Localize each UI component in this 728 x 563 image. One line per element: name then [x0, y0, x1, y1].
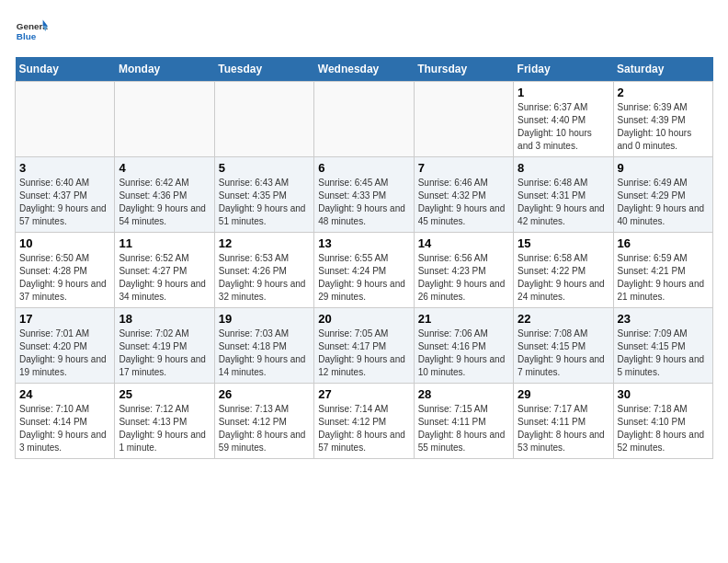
- day-number: 11: [119, 236, 210, 250]
- day-detail: Sunrise: 7:12 AM Sunset: 4:13 PM Dayligh…: [119, 403, 210, 454]
- day-cell: 13Sunrise: 6:55 AM Sunset: 4:24 PM Dayli…: [314, 233, 414, 308]
- day-number: 20: [318, 312, 409, 326]
- day-detail: Sunrise: 6:37 AM Sunset: 4:40 PM Dayligh…: [518, 101, 609, 153]
- day-detail: Sunrise: 6:56 AM Sunset: 4:23 PM Dayligh…: [418, 252, 509, 304]
- day-detail: Sunrise: 6:48 AM Sunset: 4:31 PM Dayligh…: [518, 177, 609, 228]
- day-cell: 29Sunrise: 7:17 AM Sunset: 4:11 PM Dayli…: [514, 384, 613, 459]
- day-number: 26: [219, 387, 310, 401]
- day-number: 8: [518, 161, 609, 175]
- day-number: 13: [318, 236, 409, 250]
- day-cell: 4Sunrise: 6:42 AM Sunset: 4:36 PM Daylig…: [115, 157, 214, 233]
- day-detail: Sunrise: 6:59 AM Sunset: 4:21 PM Dayligh…: [618, 252, 709, 304]
- day-cell: 24Sunrise: 7:10 AM Sunset: 4:14 PM Dayli…: [16, 384, 115, 459]
- day-cell: 8Sunrise: 6:48 AM Sunset: 4:31 PM Daylig…: [514, 157, 613, 233]
- day-number: 17: [19, 312, 110, 326]
- day-cell: 18Sunrise: 7:02 AM Sunset: 4:19 PM Dayli…: [115, 308, 214, 384]
- day-header-monday: Monday: [115, 57, 214, 82]
- day-number: 14: [418, 236, 509, 250]
- day-number: 3: [19, 161, 110, 175]
- day-cell: [16, 82, 115, 157]
- day-number: 28: [418, 387, 509, 401]
- day-cell: 9Sunrise: 6:49 AM Sunset: 4:29 PM Daylig…: [613, 157, 712, 233]
- day-detail: Sunrise: 6:53 AM Sunset: 4:26 PM Dayligh…: [219, 252, 310, 304]
- day-cell: 1Sunrise: 6:37 AM Sunset: 4:40 PM Daylig…: [514, 82, 613, 157]
- day-number: 19: [219, 312, 310, 326]
- day-header-friday: Friday: [514, 57, 613, 82]
- day-cell: 23Sunrise: 7:09 AM Sunset: 4:15 PM Dayli…: [613, 308, 712, 384]
- day-detail: Sunrise: 7:01 AM Sunset: 4:20 PM Dayligh…: [19, 327, 110, 379]
- day-cell: [214, 82, 313, 157]
- day-detail: Sunrise: 7:14 AM Sunset: 4:12 PM Dayligh…: [318, 403, 409, 454]
- day-header-thursday: Thursday: [414, 57, 513, 82]
- day-detail: Sunrise: 6:39 AM Sunset: 4:39 PM Dayligh…: [618, 101, 709, 153]
- day-number: 23: [618, 312, 709, 326]
- week-row-5: 24Sunrise: 7:10 AM Sunset: 4:14 PM Dayli…: [16, 384, 713, 459]
- day-detail: Sunrise: 6:45 AM Sunset: 4:33 PM Dayligh…: [318, 177, 409, 228]
- week-row-4: 17Sunrise: 7:01 AM Sunset: 4:20 PM Dayli…: [16, 308, 713, 384]
- day-detail: Sunrise: 7:05 AM Sunset: 4:17 PM Dayligh…: [318, 327, 409, 379]
- day-number: 30: [618, 387, 709, 401]
- day-detail: Sunrise: 7:09 AM Sunset: 4:15 PM Dayligh…: [618, 327, 709, 379]
- day-number: 27: [318, 387, 409, 401]
- day-cell: 16Sunrise: 6:59 AM Sunset: 4:21 PM Dayli…: [613, 233, 712, 308]
- day-header-sunday: Sunday: [16, 57, 115, 82]
- day-cell: 3Sunrise: 6:40 AM Sunset: 4:37 PM Daylig…: [16, 157, 115, 233]
- calendar-table: SundayMondayTuesdayWednesdayThursdayFrid…: [15, 57, 713, 459]
- day-number: 1: [518, 86, 609, 99]
- day-number: 4: [119, 161, 210, 175]
- day-detail: Sunrise: 6:40 AM Sunset: 4:37 PM Dayligh…: [19, 177, 110, 228]
- day-number: 21: [418, 312, 509, 326]
- day-detail: Sunrise: 7:10 AM Sunset: 4:14 PM Dayligh…: [19, 403, 110, 454]
- day-number: 25: [119, 387, 210, 401]
- day-detail: Sunrise: 6:46 AM Sunset: 4:32 PM Dayligh…: [418, 177, 509, 228]
- day-cell: [314, 82, 414, 157]
- day-detail: Sunrise: 6:49 AM Sunset: 4:29 PM Dayligh…: [618, 177, 709, 228]
- day-detail: Sunrise: 7:02 AM Sunset: 4:19 PM Dayligh…: [119, 327, 210, 379]
- week-row-1: 1Sunrise: 6:37 AM Sunset: 4:40 PM Daylig…: [16, 82, 713, 157]
- day-number: 5: [219, 161, 310, 175]
- day-number: 10: [19, 236, 110, 250]
- day-cell: 25Sunrise: 7:12 AM Sunset: 4:13 PM Dayli…: [115, 384, 214, 459]
- day-cell: 6Sunrise: 6:45 AM Sunset: 4:33 PM Daylig…: [314, 157, 414, 233]
- day-cell: 10Sunrise: 6:50 AM Sunset: 4:28 PM Dayli…: [16, 233, 115, 308]
- day-detail: Sunrise: 7:18 AM Sunset: 4:10 PM Dayligh…: [618, 403, 709, 454]
- day-number: 15: [518, 236, 609, 250]
- day-number: 7: [418, 161, 509, 175]
- day-cell: 11Sunrise: 6:52 AM Sunset: 4:27 PM Dayli…: [115, 233, 214, 308]
- day-cell: [414, 82, 513, 157]
- day-header-tuesday: Tuesday: [214, 57, 313, 82]
- day-cell: 26Sunrise: 7:13 AM Sunset: 4:12 PM Dayli…: [214, 384, 313, 459]
- day-cell: 2Sunrise: 6:39 AM Sunset: 4:39 PM Daylig…: [613, 82, 712, 157]
- day-cell: 19Sunrise: 7:03 AM Sunset: 4:18 PM Dayli…: [214, 308, 313, 384]
- day-cell: 5Sunrise: 6:43 AM Sunset: 4:35 PM Daylig…: [214, 157, 313, 233]
- day-number: 9: [618, 161, 709, 175]
- day-header-saturday: Saturday: [613, 57, 712, 82]
- day-detail: Sunrise: 7:08 AM Sunset: 4:15 PM Dayligh…: [518, 327, 609, 379]
- day-header-row: SundayMondayTuesdayWednesdayThursdayFrid…: [16, 57, 713, 82]
- day-cell: 14Sunrise: 6:56 AM Sunset: 4:23 PM Dayli…: [414, 233, 513, 308]
- day-number: 12: [219, 236, 310, 250]
- day-number: 16: [618, 236, 709, 250]
- day-cell: 20Sunrise: 7:05 AM Sunset: 4:17 PM Dayli…: [314, 308, 414, 384]
- week-row-2: 3Sunrise: 6:40 AM Sunset: 4:37 PM Daylig…: [16, 157, 713, 233]
- day-detail: Sunrise: 6:58 AM Sunset: 4:22 PM Dayligh…: [518, 252, 609, 304]
- day-number: 2: [618, 86, 709, 99]
- logo: General Blue: [15, 15, 48, 48]
- day-detail: Sunrise: 7:06 AM Sunset: 4:16 PM Dayligh…: [418, 327, 509, 379]
- day-cell: 28Sunrise: 7:15 AM Sunset: 4:11 PM Dayli…: [414, 384, 513, 459]
- day-detail: Sunrise: 7:15 AM Sunset: 4:11 PM Dayligh…: [418, 403, 509, 454]
- day-cell: 17Sunrise: 7:01 AM Sunset: 4:20 PM Dayli…: [16, 308, 115, 384]
- day-header-wednesday: Wednesday: [314, 57, 414, 82]
- day-detail: Sunrise: 6:55 AM Sunset: 4:24 PM Dayligh…: [318, 252, 409, 304]
- day-number: 24: [19, 387, 110, 401]
- day-cell: 30Sunrise: 7:18 AM Sunset: 4:10 PM Dayli…: [613, 384, 712, 459]
- header: General Blue: [15, 15, 713, 48]
- svg-text:Blue: Blue: [17, 31, 37, 41]
- day-number: 18: [119, 312, 210, 326]
- day-number: 6: [318, 161, 409, 175]
- day-cell: 7Sunrise: 6:46 AM Sunset: 4:32 PM Daylig…: [414, 157, 513, 233]
- logo-icon: General Blue: [15, 15, 48, 48]
- day-detail: Sunrise: 6:52 AM Sunset: 4:27 PM Dayligh…: [119, 252, 210, 304]
- day-number: 22: [518, 312, 609, 326]
- day-number: 29: [518, 387, 609, 401]
